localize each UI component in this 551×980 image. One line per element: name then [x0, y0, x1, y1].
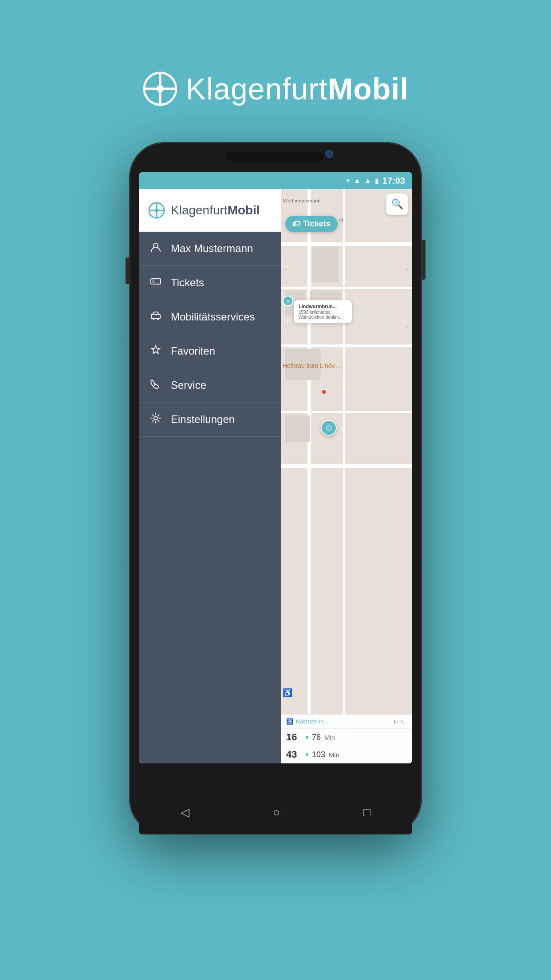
- home-button[interactable]: ○: [273, 806, 280, 819]
- navigation-drawer: KlagenfurtMobil: [139, 189, 281, 763]
- drawer-item-tickets[interactable]: Tickets: [139, 266, 281, 300]
- transit-row-1: 16 76 Min: [281, 729, 412, 746]
- phone-side-button-right: [422, 240, 425, 280]
- drawer-item-favorites[interactable]: Favoriten: [139, 334, 281, 368]
- nav-arrow-right: →: [401, 265, 409, 274]
- top-logo-area: KlagenfurtMobil: [142, 71, 409, 107]
- svg-point-7: [155, 209, 158, 212]
- recent-button[interactable]: □: [363, 806, 370, 819]
- drawer-user-label: Max Mustermann: [171, 242, 253, 255]
- drawer-menu: Max Mustermann Tickets: [139, 232, 281, 763]
- drawer-settings-label: Einstellungen: [171, 413, 235, 426]
- drawer-tickets-label: Tickets: [171, 277, 204, 289]
- gps-location-dot: [321, 389, 327, 395]
- phone-screen: ⌖ ▲ ▲ ▮ 17:03: [139, 172, 412, 763]
- phone-nav-bar: ◁ ○ □: [139, 790, 412, 834]
- drawer-item-user[interactable]: Max Mustermann: [139, 232, 281, 266]
- drawer-item-mobility[interactable]: Mobilitätsservices: [139, 300, 281, 334]
- ticket-small-icon: 🏷: [292, 219, 300, 229]
- svg-point-3: [157, 85, 164, 92]
- map-popup-lindwurm: Lindwurmbrun... 1593 errichtetes Wahrzei…: [294, 300, 352, 323]
- phone-speaker: [227, 152, 324, 162]
- wifi-icon: ▲: [354, 177, 361, 185]
- map-landmark-popup: ⚔: [283, 296, 293, 306]
- locate-me-button[interactable]: ⊙: [321, 420, 337, 436]
- transit-dot: [306, 736, 308, 739]
- ticket-icon: [150, 276, 162, 290]
- map-area[interactable]: 🔍 Wörtherseemandl 🏷 Tickets of ← → ←: [281, 189, 412, 763]
- drawer-item-settings[interactable]: Einstellungen: [139, 403, 281, 437]
- status-time: 17:03: [382, 176, 405, 186]
- location-icon: ⌖: [346, 177, 350, 185]
- svg-point-14: [154, 416, 157, 420]
- map-block: [312, 247, 338, 282]
- nav-arrow-left: ←: [283, 265, 291, 274]
- nav-arrow-left2: ←: [283, 322, 291, 332]
- phone-camera: [325, 150, 333, 158]
- top-logo-text: KlagenfurtMobil: [186, 71, 409, 106]
- map-bottom-header: ♿ Nächste In... le R...: [281, 715, 412, 729]
- nav-arrow-right2: →: [401, 322, 409, 332]
- map-road: [281, 287, 412, 289]
- signal-icon: ▲: [364, 177, 371, 185]
- phone-icon: [150, 378, 162, 392]
- map-road: [281, 344, 412, 347]
- accessibility-icon: ♿: [283, 688, 292, 698]
- map-bottom-panel: ♿ Nächste In... le R... 16 76 Min 43: [281, 714, 412, 763]
- svg-point-12: [153, 318, 154, 320]
- phone-body: ⌖ ▲ ▲ ▮ 17:03: [129, 142, 422, 834]
- map-search-button[interactable]: 🔍: [386, 194, 408, 215]
- svg-point-13: [157, 318, 159, 320]
- svg-rect-11: [151, 314, 160, 319]
- phone-side-button-left: [126, 257, 129, 284]
- gear-icon: [150, 412, 162, 427]
- tickets-of-text: of: [338, 217, 343, 224]
- map-label-hofbrau: Hofbräu zum Lindv...: [283, 362, 339, 369]
- drawer-logo-icon: [148, 202, 165, 219]
- map-road: [307, 189, 311, 763]
- drawer-logo-text: KlagenfurtMobil: [171, 203, 260, 217]
- search-icon: 🔍: [391, 198, 403, 210]
- screen-content: KlagenfurtMobil: [139, 189, 412, 763]
- top-logo-icon: [142, 71, 178, 107]
- battery-icon: ▮: [375, 177, 379, 185]
- star-icon: [150, 344, 162, 358]
- transit-dot: [306, 753, 308, 756]
- map-road: [281, 464, 412, 468]
- map-label-wortherseemandl: Wörtherseemandl: [283, 198, 322, 203]
- map-background: [281, 189, 412, 763]
- drawer-mobility-label: Mobilitätsservices: [171, 311, 255, 323]
- drawer-header: KlagenfurtMobil: [139, 189, 281, 232]
- transit-row-2: 43 103 Min: [281, 746, 412, 763]
- transit-icon: ♿: [286, 718, 293, 725]
- drawer-service-label: Service: [171, 379, 206, 391]
- car-icon: [150, 310, 162, 324]
- map-block: [285, 415, 310, 442]
- map-tickets-button[interactable]: 🏷 Tickets: [285, 216, 338, 232]
- back-button[interactable]: ◁: [181, 806, 189, 819]
- map-road: [281, 242, 412, 246]
- drawer-favorites-label: Favoriten: [171, 345, 215, 357]
- map-road: [281, 411, 412, 413]
- svg-point-10: [152, 281, 153, 282]
- person-icon: [150, 241, 162, 256]
- drawer-item-service[interactable]: Service: [139, 368, 281, 403]
- status-bar: ⌖ ▲ ▲ ▮ 17:03: [139, 172, 412, 189]
- phone-device: ⌖ ▲ ▲ ▮ 17:03: [129, 142, 422, 834]
- map-road: [343, 189, 345, 763]
